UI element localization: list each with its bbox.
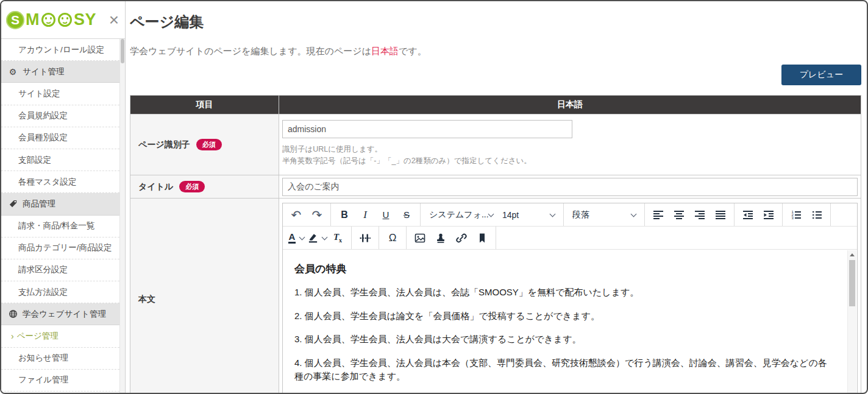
sidebar-header: S M SY × (1, 1, 125, 39)
sidebar-item-label: サイト設定 (18, 88, 60, 99)
sidebar-item-0[interactable]: アカウント/ロール設定 (1, 39, 119, 61)
align-center-icon[interactable] (669, 206, 689, 224)
sidebar-item-3[interactable]: 会員規約設定 (1, 105, 119, 127)
sidebar-item-label: 会員規約設定 (18, 110, 68, 121)
paragraph-format-select[interactable]: 段落 (567, 206, 641, 224)
content-paragraph: 4. 個人会員、学生会員、法人会員は本会（支部、専門委員会、研究技術懇談会）で行… (294, 356, 834, 384)
sidebar-scrollbar[interactable] (119, 39, 125, 393)
sidebar-item-section-12[interactable]: 学会ウェブサイト管理 (1, 303, 119, 325)
sidebar-item-label: 商品管理 (23, 199, 55, 209)
column-header-item: 項目 (130, 96, 279, 114)
editor-content[interactable]: 会員の特典 1. 個人会員、学生会員、法人会員は、会誌「SMOOSY」を無料で配… (283, 250, 847, 393)
strikethrough-icon[interactable]: S (396, 206, 417, 224)
sidebar-item-13[interactable]: ›ページ管理 (1, 325, 119, 347)
sidebar-scrollbar-thumb[interactable] (121, 39, 124, 63)
chevron-down-icon (488, 211, 494, 217)
sidebar-item-label: 支払方法設定 (18, 287, 68, 298)
identifier-input[interactable] (282, 120, 572, 138)
required-badge: 必須 (179, 181, 205, 192)
title-label: タイトル (138, 181, 173, 192)
body-label: 本文 (138, 294, 155, 305)
align-right-icon[interactable] (689, 206, 710, 224)
app-window: S M SY × アカウント/ロール設定⚙サイト管理サイト設定会員規約設定会員種… (0, 0, 868, 394)
sidebar-item-label: ページ管理 (17, 331, 59, 342)
content-paragraph: 2. 個人会員、学生会員は論文を「会員価格」で投稿することができます。 (294, 309, 834, 323)
sidebar-item-10[interactable]: 請求区分設定 (1, 259, 119, 281)
sidebar-item-label: 支部設定 (18, 155, 51, 166)
row-page-identifier: ページ識別子 必須 識別子はURLに使用します。 半角英数字記号（記号は「-」「… (130, 114, 861, 175)
sidebar-item-label: 各種マスタ設定 (18, 177, 76, 188)
outdent-icon[interactable] (738, 206, 758, 224)
column-header-japanese: 日本語 (279, 96, 861, 114)
insert-link-icon[interactable] (451, 229, 472, 247)
sidebar-item-5[interactable]: 支部設定 (1, 149, 119, 171)
scroll-up-icon[interactable] (848, 250, 856, 259)
tag-icon (7, 199, 18, 208)
insert-image-icon[interactable] (410, 229, 430, 247)
smoosy-logo: S M SY (6, 11, 96, 29)
content-paragraph: 1. 個人会員、学生会員、法人会員は、会誌「SMOOSY」を無料で配布いたします… (294, 286, 834, 300)
editor-toolbar-row1: ↶ ↷ B I U S システムフォ... 14pt (283, 203, 857, 227)
sidebar: S M SY × アカウント/ロール設定⚙サイト管理サイト設定会員規約設定会員種… (1, 1, 126, 393)
editor-scrollbar[interactable] (847, 250, 856, 393)
sidebar-item-label: ファイル管理 (18, 375, 68, 385)
anchor-bookmark-icon[interactable] (472, 229, 493, 247)
underline-icon[interactable]: U (375, 206, 396, 224)
preview-button[interactable]: プレビュー (781, 65, 861, 85)
editor-scrollbar-thumb[interactable] (849, 260, 855, 306)
row-body: 本文 ↶ ↷ B I U (130, 199, 861, 393)
svg-text:3: 3 (792, 216, 794, 220)
identifier-label: ページ識別子 (138, 139, 190, 150)
redo-icon[interactable]: ↷ (307, 206, 327, 224)
identifier-help-text: 識別子はURLに使用します。 半角英数字記号（記号は「-」「_」の2種類のみ）で… (282, 144, 858, 167)
font-size-select[interactable]: 14pt (497, 206, 560, 224)
sidebar-item-2[interactable]: サイト設定 (1, 83, 119, 105)
sidebar-item-label: 会員種別設定 (18, 132, 68, 143)
page-edit-table: 項目 日本語 ページ識別子 必須 識別子はURLに使用します。 半角英数字記号（… (130, 95, 861, 393)
logo-letter-m: M (26, 12, 40, 28)
sidebar-item-6[interactable]: 各種マスタ設定 (1, 171, 119, 193)
sidebar-item-label: アカウント/ロール設定 (18, 44, 104, 55)
numbered-list-icon[interactable]: 123 (786, 206, 806, 224)
title-input[interactable] (282, 178, 858, 196)
sidebar-item-14[interactable]: お知らせ管理 (1, 348, 119, 370)
close-sidebar-icon[interactable]: × (109, 12, 119, 29)
sidebar-item-section-1[interactable]: ⚙サイト管理 (1, 61, 119, 83)
bold-icon[interactable]: B (334, 206, 355, 224)
sidebar-menu: アカウント/ロール設定⚙サイト管理サイト設定会員規約設定会員種別設定支部設定各種… (1, 39, 119, 393)
logo-s-circle-icon: S (6, 11, 24, 29)
main-content: ページ編集 学会ウェブサイトのページを編集します。現在のページは日本語です。 プ… (126, 1, 867, 393)
italic-icon[interactable]: I (355, 206, 375, 224)
stamp-icon[interactable] (430, 229, 451, 247)
editor-toolbar-row2: A Tx Ω (283, 227, 857, 250)
sidebar-item-8[interactable]: 請求・商品/料金一覧 (1, 216, 119, 237)
smiley-face-icon (58, 13, 72, 27)
bullet-list-icon[interactable] (806, 206, 827, 224)
chevron-right-icon: › (11, 331, 14, 341)
sidebar-item-15[interactable]: ファイル管理 (1, 370, 119, 392)
sidebar-item-4[interactable]: 会員種別設定 (1, 127, 119, 149)
richtext-editor: ↶ ↷ B I U S システムフォ... 14pt (282, 203, 858, 393)
row-title: タイトル 必須 (130, 175, 861, 199)
page-description: 学会ウェブサイトのページを編集します。現在のページは日本語です。 (130, 46, 861, 57)
sidebar-item-label: 商品カテゴリー/商品設定 (18, 242, 112, 253)
align-left-icon[interactable] (648, 206, 669, 224)
clear-formatting-icon[interactable]: Tx (327, 229, 348, 247)
sidebar-item-section-7[interactable]: 商品管理 (1, 193, 119, 215)
font-family-select[interactable]: システムフォ... (424, 206, 497, 224)
special-character-icon[interactable]: Ω (382, 229, 403, 247)
undo-icon[interactable]: ↶ (286, 206, 307, 224)
align-justify-icon[interactable] (710, 206, 731, 224)
background-color-icon[interactable] (307, 229, 327, 247)
page-title: ページ編集 (130, 12, 861, 32)
indent-icon[interactable] (758, 206, 779, 224)
chevron-down-icon (299, 234, 305, 240)
text-color-icon[interactable]: A (286, 229, 307, 247)
sidebar-item-9[interactable]: 商品カテゴリー/商品設定 (1, 237, 119, 259)
globe-icon (7, 309, 18, 318)
sidebar-item-label: 請求区分設定 (18, 264, 68, 275)
page-break-icon[interactable] (355, 229, 375, 247)
required-badge: 必須 (196, 139, 222, 150)
sidebar-item-11[interactable]: 支払方法設定 (1, 281, 119, 303)
sidebar-item-label: お知らせ管理 (18, 353, 68, 364)
